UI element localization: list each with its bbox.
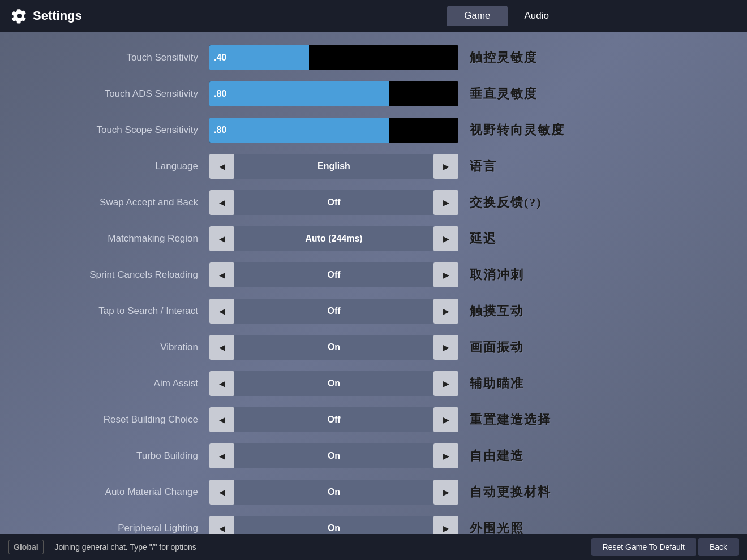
arrow-control-swap-accept-back: ◀Off▶ [209, 190, 458, 215]
setting-label-peripheral-lighting: Peripheral Lighting [17, 523, 209, 534]
setting-label-reset-building-choice: Reset Building Choice [17, 414, 209, 425]
setting-control-aim-assist: ◀On▶ [209, 371, 458, 396]
arrow-left-matchmaking-region[interactable]: ◀ [209, 226, 234, 251]
arrow-right-turbo-building[interactable]: ▶ [433, 443, 458, 468]
footer: Global Joining general chat. Type "/" fo… [0, 534, 747, 560]
arrow-value-swap-accept-back: Off [234, 190, 433, 215]
setting-control-turbo-building: ◀On▶ [209, 443, 458, 468]
setting-label-aim-assist: Aim Assist [17, 378, 209, 389]
chinese-note-touch-ads-sensitivity: 垂直灵敏度 [470, 85, 538, 102]
setting-row-touch-sensitivity: Touch Sensitivity.40触控灵敏度 [17, 40, 730, 75]
arrow-value-sprint-cancels-reloading: Off [234, 262, 433, 287]
arrow-right-language[interactable]: ▶ [433, 154, 458, 179]
arrow-right-matchmaking-region[interactable]: ▶ [433, 226, 458, 251]
setting-control-language: ◀English▶ [209, 154, 458, 179]
arrow-right-reset-building-choice[interactable]: ▶ [433, 407, 458, 432]
setting-label-tap-to-search: Tap to Search / Interact [17, 305, 209, 317]
arrow-left-reset-building-choice[interactable]: ◀ [209, 407, 234, 432]
setting-row-touch-ads-sensitivity: Touch ADS Sensitivity.80垂直灵敏度 [17, 76, 730, 111]
arrow-value-reset-building-choice: Off [234, 407, 433, 432]
setting-control-touch-scope-sensitivity: .80 [209, 118, 458, 143]
setting-label-touch-sensitivity: Touch Sensitivity [17, 52, 209, 63]
settings-container: Touch Sensitivity.40触控灵敏度Touch ADS Sensi… [0, 40, 747, 540]
title-text: Settings [33, 8, 82, 23]
setting-label-matchmaking-region: Matchmaking Region [17, 233, 209, 244]
setting-label-language: Language [17, 161, 209, 172]
setting-label-touch-ads-sensitivity: Touch ADS Sensitivity [17, 88, 209, 100]
chinese-note-aim-assist: 辅助瞄准 [470, 375, 524, 392]
setting-control-vibration: ◀On▶ [209, 335, 458, 360]
arrow-control-vibration: ◀On▶ [209, 335, 458, 360]
arrow-value-auto-material-change: On [234, 480, 433, 505]
setting-control-auto-material-change: ◀On▶ [209, 480, 458, 505]
arrow-control-matchmaking-region: ◀Auto (244ms)▶ [209, 226, 458, 251]
arrow-control-auto-material-change: ◀On▶ [209, 480, 458, 505]
arrow-value-turbo-building: On [234, 443, 433, 468]
tab-audio[interactable]: Audio [508, 6, 566, 26]
back-button[interactable]: Back [698, 538, 739, 556]
chinese-note-touch-sensitivity: 触控灵敏度 [470, 49, 538, 66]
setting-control-swap-accept-back: ◀Off▶ [209, 190, 458, 215]
setting-control-sprint-cancels-reloading: ◀Off▶ [209, 262, 458, 287]
arrow-right-auto-material-change[interactable]: ▶ [433, 480, 458, 505]
arrow-left-sprint-cancels-reloading[interactable]: ◀ [209, 262, 234, 287]
arrow-right-tap-to-search[interactable]: ▶ [433, 299, 458, 324]
arrow-left-auto-material-change[interactable]: ◀ [209, 480, 234, 505]
arrow-control-sprint-cancels-reloading: ◀Off▶ [209, 262, 458, 287]
setting-row-aim-assist: Aim Assist◀On▶辅助瞄准 [17, 366, 730, 401]
arrow-value-language: English [234, 154, 433, 179]
tab-game[interactable]: Game [447, 6, 507, 26]
arrow-left-language[interactable]: ◀ [209, 154, 234, 179]
slider-touch-sensitivity[interactable]: .40 [209, 45, 458, 70]
arrow-right-vibration[interactable]: ▶ [433, 335, 458, 360]
chinese-note-language: 语言 [470, 158, 497, 175]
setting-row-language: Language◀English▶语言 [17, 149, 730, 184]
arrow-control-reset-building-choice: ◀Off▶ [209, 407, 458, 432]
arrow-left-swap-accept-back[interactable]: ◀ [209, 190, 234, 215]
chinese-note-matchmaking-region: 延迟 [470, 230, 497, 247]
setting-control-touch-ads-sensitivity: .80 [209, 81, 458, 106]
slider-touch-scope-sensitivity[interactable]: .80 [209, 118, 458, 143]
arrow-control-aim-assist: ◀On▶ [209, 371, 458, 396]
arrow-value-matchmaking-region: Auto (244ms) [234, 226, 433, 251]
arrow-right-aim-assist[interactable]: ▶ [433, 371, 458, 396]
setting-row-reset-building-choice: Reset Building Choice◀Off▶重置建造选择 [17, 402, 730, 437]
setting-control-reset-building-choice: ◀Off▶ [209, 407, 458, 432]
chinese-note-sprint-cancels-reloading: 取消冲刺 [470, 266, 524, 283]
reset-game-button[interactable]: Reset Game To Default [591, 538, 696, 556]
arrow-value-aim-assist: On [234, 371, 433, 396]
slider-fill-touch-scope-sensitivity: .80 [209, 118, 389, 143]
setting-control-touch-sensitivity: .40 [209, 45, 458, 70]
arrow-right-swap-accept-back[interactable]: ▶ [433, 190, 458, 215]
setting-label-swap-accept-back: Swap Accept and Back [17, 197, 209, 208]
chinese-note-tap-to-search: 触摸互动 [470, 303, 524, 320]
setting-row-turbo-building: Turbo Building◀On▶自由建造 [17, 438, 730, 473]
arrow-left-vibration[interactable]: ◀ [209, 335, 234, 360]
slider-fill-touch-ads-sensitivity: .80 [209, 81, 389, 106]
arrow-left-aim-assist[interactable]: ◀ [209, 371, 234, 396]
gear-icon [11, 8, 27, 24]
chinese-note-reset-building-choice: 重置建造选择 [470, 411, 551, 428]
footer-chat-text: Joining general chat. Type "/" for optio… [55, 542, 580, 552]
chinese-note-swap-accept-back: 交换反馈(?) [470, 194, 542, 211]
arrow-right-sprint-cancels-reloading[interactable]: ▶ [433, 262, 458, 287]
setting-label-auto-material-change: Auto Material Change [17, 486, 209, 498]
setting-row-auto-material-change: Auto Material Change◀On▶自动更换材料 [17, 475, 730, 510]
arrow-left-turbo-building[interactable]: ◀ [209, 443, 234, 468]
setting-row-sprint-cancels-reloading: Sprint Cancels Reloading◀Off▶取消冲刺 [17, 257, 730, 292]
slider-touch-ads-sensitivity[interactable]: .80 [209, 81, 458, 106]
arrow-left-tap-to-search[interactable]: ◀ [209, 299, 234, 324]
slider-fill-touch-sensitivity: .40 [209, 45, 309, 70]
setting-label-sprint-cancels-reloading: Sprint Cancels Reloading [17, 269, 209, 281]
setting-row-touch-scope-sensitivity: Touch Scope Sensitivity.80视野转向灵敏度 [17, 113, 730, 148]
setting-label-touch-scope-sensitivity: Touch Scope Sensitivity [17, 124, 209, 136]
app-title: Settings [11, 8, 82, 24]
setting-control-tap-to-search: ◀Off▶ [209, 299, 458, 324]
chinese-note-auto-material-change: 自动更换材料 [470, 484, 551, 501]
setting-label-turbo-building: Turbo Building [17, 450, 209, 462]
chinese-note-vibration: 画面振动 [470, 339, 524, 356]
arrow-control-turbo-building: ◀On▶ [209, 443, 458, 468]
arrow-value-tap-to-search: Off [234, 299, 433, 324]
arrow-control-language: ◀English▶ [209, 154, 458, 179]
header-tabs: Game Audio [447, 6, 566, 26]
